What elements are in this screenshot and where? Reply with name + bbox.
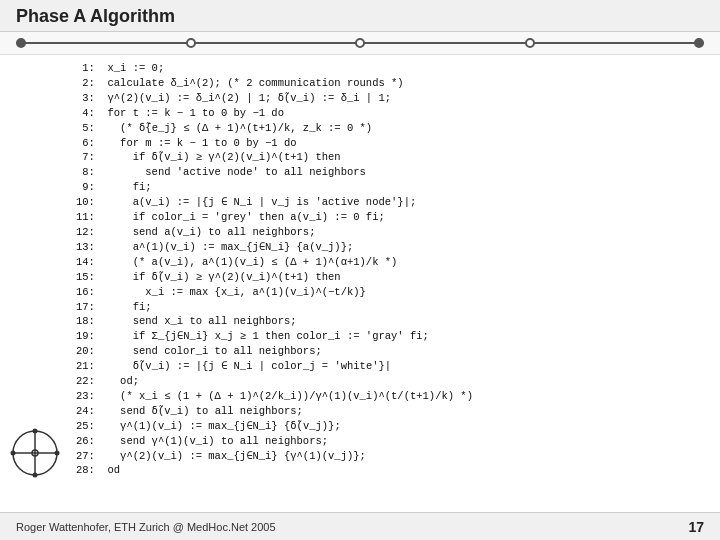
algo-line-25: 25: γ^(1)(v_i) := max_{j∈N_i} {δ̃(v_j)}; bbox=[76, 419, 710, 434]
algo-line-11: 11: if color_i = 'grey' then a(v_i) := 0… bbox=[76, 210, 710, 225]
nav-dot-5[interactable] bbox=[694, 38, 704, 48]
main-content: 1: x_i := 0; 2: calculate δ_i^(2); (* 2 … bbox=[0, 55, 720, 515]
algo-line-10: 10: a(v_i) := |{j ∈ N_i | v_j is 'active… bbox=[76, 195, 710, 210]
title-bar: Phase A Algorithm bbox=[0, 0, 720, 32]
algo-line-1: 1: x_i := 0; bbox=[76, 61, 710, 76]
algorithm-area: 1: x_i := 0; 2: calculate δ_i^(2); (* 2 … bbox=[70, 59, 720, 511]
circle-diagram bbox=[8, 426, 63, 481]
left-decoration bbox=[0, 59, 70, 511]
page-title: Phase A Algorithm bbox=[16, 6, 175, 26]
svg-point-3 bbox=[10, 451, 15, 456]
algo-line-20: 20: send color_i to all neighbors; bbox=[76, 344, 710, 359]
algo-line-7: 7: if δ̃(v_i) ≥ γ^(2)(v_i)^(t+1) then bbox=[76, 150, 710, 165]
footer: Roger Wattenhofer, ETH Zurich @ MedHoc.N… bbox=[0, 512, 720, 540]
algo-line-28: 28: od bbox=[76, 463, 710, 478]
algo-line-15: 15: if δ̃(v_i) ≥ γ^(2)(v_i)^(t+1) then bbox=[76, 270, 710, 285]
algo-line-18: 18: send x_i to all neighbors; bbox=[76, 314, 710, 329]
footer-credit: Roger Wattenhofer, ETH Zurich @ MedHoc.N… bbox=[16, 521, 276, 533]
algo-line-3: 3: γ^(2)(v_i) := δ_i^(2) | 1; δ̃(v_i) :=… bbox=[76, 91, 710, 106]
algo-line-2: 2: calculate δ_i^(2); (* 2 communication… bbox=[76, 76, 710, 91]
algo-line-8: 8: send 'active node' to all neighbors bbox=[76, 165, 710, 180]
nav-line bbox=[0, 32, 720, 55]
algo-line-24: 24: send δ̃(v_i) to all neighbors; bbox=[76, 404, 710, 419]
algo-line-26: 26: send γ^(1)(v_i) to all neighbors; bbox=[76, 434, 710, 449]
algo-line-21: 21: δ̃(v_i) := |{j ∈ N_i | color_j = 'wh… bbox=[76, 359, 710, 374]
algo-line-5: 5: (* δ̃{e_j} ≤ (Δ + 1)^(t+1)/k, z_k := … bbox=[76, 121, 710, 136]
svg-point-4 bbox=[54, 451, 59, 456]
algo-line-16: 16: x_i := max {x_i, a^(1)(v_i)^(−t/k)} bbox=[76, 285, 710, 300]
algo-line-4: 4: for t := k − 1 to 0 by −1 do bbox=[76, 106, 710, 121]
algo-line-13: 13: a^(1)(v_i) := max_{j∈N_i} {a(v_j)}; bbox=[76, 240, 710, 255]
svg-point-5 bbox=[32, 429, 37, 434]
algo-line-19: 19: if Σ_{j∈N_i} x_j ≥ 1 then color_i :=… bbox=[76, 329, 710, 344]
svg-point-6 bbox=[32, 473, 37, 478]
algo-line-23: 23: (* x_i ≤ (1 + (Δ + 1)^(2/k_i))/γ^(1)… bbox=[76, 389, 710, 404]
algo-line-9: 9: fi; bbox=[76, 180, 710, 195]
nav-line-inner bbox=[16, 38, 704, 48]
algo-line-27: 27: γ^(2)(v_i) := max_{j∈N_i} {γ^(1)(v_j… bbox=[76, 449, 710, 464]
algo-line-6: 6: for m := k − 1 to 0 by −1 do bbox=[76, 136, 710, 151]
algo-line-22: 22: od; bbox=[76, 374, 710, 389]
algo-line-12: 12: send a(v_i) to all neighbors; bbox=[76, 225, 710, 240]
nav-dot-4[interactable] bbox=[525, 38, 535, 48]
algo-line-17: 17: fi; bbox=[76, 300, 710, 315]
nav-dot-3[interactable] bbox=[355, 38, 365, 48]
nav-dot-1[interactable] bbox=[16, 38, 26, 48]
algo-line-14: 14: (* a(v_i), a^(1)(v_i) ≤ (Δ + 1)^(α+1… bbox=[76, 255, 710, 270]
footer-page: 17 bbox=[688, 519, 704, 535]
nav-dot-2[interactable] bbox=[186, 38, 196, 48]
